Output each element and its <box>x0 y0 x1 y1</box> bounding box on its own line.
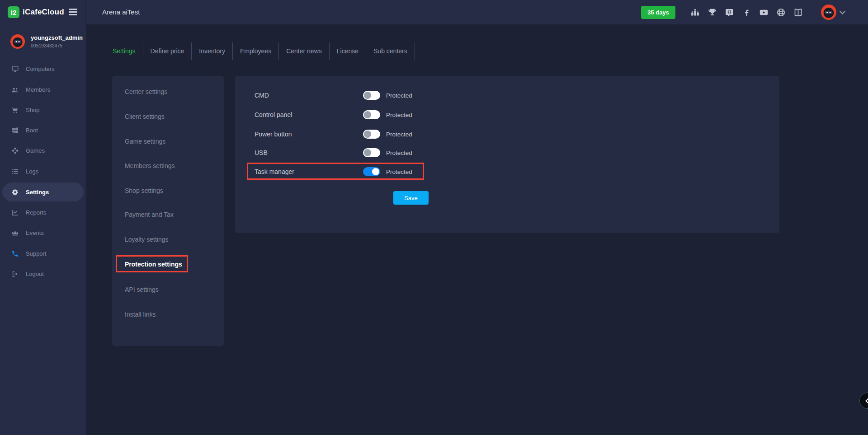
logo-icon: i2 <box>8 6 19 18</box>
protection-settings-panel: CMD Protected Control panel Protected Po… <box>235 76 779 233</box>
chevron-left-icon <box>865 398 868 404</box>
sidebar-item-reports[interactable]: Reports <box>0 206 86 219</box>
ranking-icon[interactable] <box>689 7 700 18</box>
tab-bar: Settings Define price Inventory Employee… <box>105 42 415 60</box>
sidebar-item-games[interactable]: Games <box>0 144 86 157</box>
page-title: Arena aiTest <box>102 0 140 24</box>
monitor-icon <box>11 65 19 73</box>
tabs-divider-line <box>105 40 848 40</box>
sidebar-item-label: Shop <box>26 107 39 113</box>
sidebar-item-label: Settings <box>26 189 49 196</box>
menu-item-members-settings[interactable]: Members settings <box>112 159 224 172</box>
logout-icon <box>11 270 19 278</box>
settings-menu-card: Center settings Client settings Game set… <box>112 76 224 346</box>
toggle-knob <box>364 149 371 156</box>
sidebar-item-boot[interactable]: Boot <box>0 123 86 137</box>
guide-book-icon[interactable] <box>793 7 803 18</box>
sidebar: youngzsoft_admin 005193482475 Computers … <box>0 24 86 435</box>
sidebar-item-label: Logs <box>26 168 38 175</box>
menu-item-shop-settings[interactable]: Shop settings <box>112 184 224 197</box>
list-icon <box>11 167 19 175</box>
sidebar-item-logs[interactable]: Logs <box>0 164 86 178</box>
topbar-actions: 35 days <box>641 0 844 24</box>
people-icon <box>11 85 19 94</box>
menu-item-client-settings[interactable]: Client settings <box>112 110 224 123</box>
menu-item-loyalty-settings[interactable]: Loyalty settings <box>112 233 224 246</box>
sidebar-item-label: Games <box>26 147 45 154</box>
trophy-icon[interactable] <box>707 7 717 18</box>
sidebar-item-logout[interactable]: Logout <box>0 267 86 281</box>
menu-item-api-settings[interactable]: API settings <box>112 283 224 296</box>
menu-item-payment-and-tax[interactable]: Payment and Tax <box>112 208 224 221</box>
protected-toggle[interactable] <box>363 167 380 176</box>
gear-icon <box>11 188 19 196</box>
avatar-chevron-down-icon[interactable] <box>840 9 845 14</box>
protected-toggle[interactable] <box>363 148 380 157</box>
sidebar-item-events[interactable]: Events <box>0 226 86 239</box>
cart-icon <box>11 106 19 114</box>
sidebar-item-members[interactable]: Members <box>0 83 86 96</box>
sidebar-item-support[interactable]: Support <box>0 247 86 260</box>
icafecloud-app: i2 iCafeCloud Arena aiTest 35 days <box>0 0 868 435</box>
protected-toggle[interactable] <box>363 130 380 139</box>
username: youngzsoft_admin <box>31 34 83 41</box>
sidebar-item-settings[interactable]: Settings <box>2 182 84 201</box>
sidebar-user-avatar[interactable] <box>10 34 25 49</box>
menu-item-center-settings[interactable]: Center settings <box>112 85 224 98</box>
license-days-badge[interactable]: 35 days <box>641 6 675 19</box>
row-label: CMD <box>255 92 363 99</box>
tab-inventory[interactable]: Inventory <box>192 42 233 60</box>
chart-icon <box>11 208 19 216</box>
sidebar-item-label: Computers <box>26 65 55 72</box>
discord-icon[interactable] <box>724 7 735 18</box>
toggle-state-label: Protected <box>386 150 412 156</box>
protection-row-usb: USB Protected <box>255 146 412 159</box>
menu-item-protection-settings[interactable]: Protection settings <box>112 258 224 271</box>
toggle-state-label: Protected <box>386 168 412 175</box>
toggle-state-label: Protected <box>386 131 412 138</box>
user-id: 005193482475 <box>31 43 62 48</box>
toggle-knob <box>364 131 371 138</box>
save-button[interactable]: Save <box>393 191 429 205</box>
row-label: Control panel <box>255 111 363 118</box>
protection-row-cmd: CMD Protected <box>255 89 412 102</box>
protection-row-power-button: Power button Protected <box>255 128 412 140</box>
sidebar-item-shop[interactable]: Shop <box>0 103 86 117</box>
tab-license[interactable]: License <box>330 42 366 60</box>
sidebar-item-label: Members <box>26 86 50 93</box>
hamburger-menu-icon[interactable] <box>69 9 77 17</box>
toggle-state-label: Protected <box>386 112 412 118</box>
toggle-state-label: Protected <box>386 92 412 99</box>
collapse-widget-button[interactable] <box>859 393 868 409</box>
tab-settings[interactable]: Settings <box>105 42 143 60</box>
sidebar-item-label: Boot <box>26 127 38 134</box>
toggle-knob <box>364 92 371 99</box>
globe-icon[interactable] <box>775 7 786 18</box>
tab-center-news[interactable]: Center news <box>279 42 330 60</box>
row-label: Task manager <box>255 168 363 175</box>
gamepad-icon <box>11 146 19 154</box>
sidebar-item-label: Events <box>26 229 44 236</box>
tab-sub-centers[interactable]: Sub centers <box>366 42 415 60</box>
sidebar-item-label: Reports <box>26 209 47 216</box>
logo-text: iCafeCloud <box>23 8 64 17</box>
windows-icon <box>11 126 19 134</box>
protection-row-control-panel: Control panel Protected <box>255 108 412 121</box>
protection-row-task-manager: Task manager Protected <box>255 165 412 178</box>
protected-toggle[interactable] <box>363 110 380 119</box>
sidebar-item-label: Logout <box>26 271 44 277</box>
sidebar-item-computers[interactable]: Computers <box>0 62 86 75</box>
protected-toggle[interactable] <box>363 91 380 100</box>
row-label: USB <box>255 149 363 156</box>
tab-define-price[interactable]: Define price <box>143 42 192 60</box>
user-avatar[interactable] <box>821 5 836 20</box>
topbar: i2 iCafeCloud Arena aiTest 35 days <box>0 0 868 24</box>
tab-employees[interactable]: Employees <box>233 42 279 60</box>
youtube-icon[interactable] <box>758 7 769 18</box>
toggle-knob <box>364 111 371 118</box>
facebook-icon[interactable] <box>741 7 752 18</box>
menu-item-install-links[interactable]: Install links <box>112 308 224 321</box>
phone-icon <box>11 249 19 257</box>
crown-icon <box>11 229 19 237</box>
menu-item-game-settings[interactable]: Game settings <box>112 135 224 148</box>
